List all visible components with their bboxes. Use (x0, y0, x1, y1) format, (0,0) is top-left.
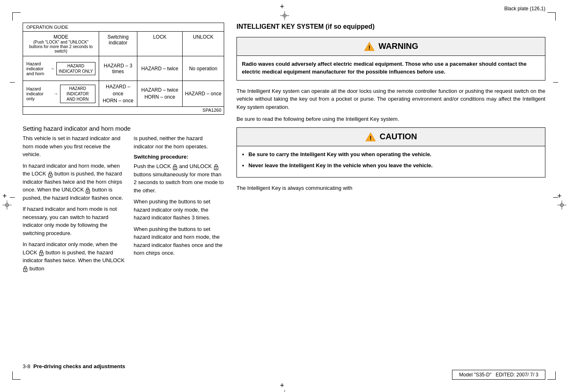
setting-para-6: Push the LOCK and UNLOCK buttons simulta… (134, 162, 224, 194)
switching-heading: Switching procedure: (134, 154, 224, 160)
svg-point-21 (174, 168, 176, 169)
mode-subtitle: (Push "LOCK" and "UNLOCK" buttons for mo… (26, 40, 95, 53)
setting-para-4: In hazard indicator only mode, when the … (23, 240, 125, 272)
section-title: Pre-driving checks and adjustments (33, 363, 125, 369)
caution-header: ! CAUTION (237, 128, 545, 146)
lock-value-2b: HORN – once (144, 94, 175, 100)
footer-model: Model "S35-D" (459, 372, 491, 378)
svg-point-13 (50, 175, 51, 176)
crosshair-bottom (280, 381, 288, 390)
svg-point-15 (88, 191, 89, 192)
tick-mark (10, 82, 15, 83)
td-unlock-1: No operation (183, 56, 224, 81)
corner-mark-br (547, 371, 556, 380)
warning-box: ! WARNING Radio waves could adversely af… (236, 37, 545, 81)
col-header-mode: MODE (Push "LOCK" and "UNLOCK" buttons f… (23, 32, 99, 56)
crosshair-left (2, 192, 11, 200)
warning-triangle-icon: ! (364, 41, 375, 52)
crosshair-right (557, 192, 566, 200)
corner-mark-bl (12, 371, 21, 380)
lock-value-1: HAZARD – twice (141, 66, 178, 71)
mode-title: MODE (26, 34, 95, 40)
content-two-col: This vehicle is set in hazard indicator … (23, 134, 224, 276)
table-row: Hazard indicatoronly → HAZARD INDICATORA… (23, 81, 224, 107)
mode-label-2: Hazard indicatoronly (26, 86, 52, 101)
unlock-value-2: HAZARD – once (185, 91, 222, 97)
td-switching-2: HAZARD – once HORN – once (99, 81, 137, 106)
mode-arrow-1: → (50, 66, 55, 71)
setting-para-2: In hazard indicator and horn mode, when … (23, 162, 125, 202)
lock-value-2a: HAZARD – twice (141, 87, 178, 93)
right-column: INTELLIGENT KEY SYSTEM (if so equipped) … (236, 23, 545, 369)
setting-para-3: If hazard indicator and horn mode is not… (23, 205, 125, 237)
caution-item-1: Be sure to carry the Intelligent Key wit… (248, 150, 540, 159)
td-lock-1: HAZARD – twice (137, 56, 183, 81)
mid-switch-text: is pushed, neither the hazard indicator … (134, 134, 224, 276)
svg-text:!: ! (369, 44, 371, 51)
page-bottom-label: 3-8 Pre-driving checks and adjustments (23, 359, 224, 369)
op-guide-title: OPERATION GUIDE (23, 23, 224, 32)
page-content: OPERATION GUIDE MODE (Push "LOCK" and "U… (23, 23, 545, 369)
caution-item-2: Never leave the Intelligent Key in the v… (248, 161, 540, 170)
caution-title-text: CAUTION (380, 132, 417, 141)
footer-bar: Model "S35-D" EDITED: 2007/ 7/ 3 (452, 370, 545, 380)
page-number: 3-8 (23, 363, 30, 369)
caution-list: Be sure to carry the Intelligent Key wit… (242, 150, 540, 170)
plate-text: Black plate (126,1) (504, 6, 545, 12)
tick-mark (553, 82, 558, 83)
left-column: OPERATION GUIDE MODE (Push "LOCK" and "U… (23, 23, 224, 369)
td-switching-1: HAZARD – 3 times (99, 56, 137, 81)
caution-body: Be sure to carry the Intelligent Key wit… (237, 146, 545, 177)
col-header-lock: LOCK (137, 32, 183, 56)
setting-section: Setting hazard indicator and horn mode T… (23, 125, 224, 276)
td-mode-1: Hazard indicatorand horn → HAZARD INDICA… (23, 56, 99, 81)
mode-box-1: HAZARD INDICATOR ONLY (56, 62, 95, 75)
td-unlock-2: HAZARD – once (183, 81, 224, 106)
td-lock-2: HAZARD – twice HORN – once (137, 81, 183, 106)
corner-mark-tr (547, 12, 556, 21)
td-mode-2: Hazard indicatoronly → HAZARD INDICATORA… (23, 81, 99, 106)
right-para-3: The Intelligent Key is always communicat… (236, 184, 545, 192)
corner-mark-tl (12, 12, 21, 21)
svg-point-19 (25, 270, 26, 271)
svg-text:!: ! (370, 135, 372, 141)
mode-arrow-2: → (54, 91, 58, 96)
mode-label-1: Hazard indicatorand horn (26, 61, 49, 76)
warning-title-text: WARNING (378, 42, 418, 51)
setting-para-8: When pushing the buttons to set hazard i… (134, 225, 224, 257)
footer-edited: EDITED: 2007/ 7/ 3 (496, 372, 538, 378)
setting-para-7: When pushing the buttons to set hazard i… (134, 198, 224, 222)
unlock-value-1: No operation (189, 66, 218, 71)
warning-header: ! WARNING (237, 37, 545, 56)
warning-body: Radio waves could adversely affect elect… (237, 56, 545, 80)
switching-value-1: HAZARD – 3 times (101, 63, 135, 74)
left-main-text: This vehicle is set in hazard indicator … (23, 134, 125, 276)
svg-point-23 (216, 168, 217, 169)
switching-value-2: HAZARD – once HORN – once (101, 83, 135, 104)
col-header-unlock: UNLOCK (183, 32, 224, 56)
operation-guide-table: OPERATION GUIDE MODE (Push "LOCK" and "U… (23, 23, 224, 115)
caution-box: ! CAUTION Be sure to carry the Intellige… (236, 127, 545, 178)
col-header-switching: Switching indicator (99, 32, 137, 56)
spa-code: SPA1260 (23, 107, 224, 114)
mode-box-2: HAZARD INDICATORAND HORN (60, 85, 95, 103)
iks-heading: INTELLIGENT KEY SYSTEM (if so equipped) (236, 23, 545, 31)
table-row: Hazard indicatorand horn → HAZARD INDICA… (23, 56, 224, 81)
table-header-row: MODE (Push "LOCK" and "UNLOCK" buttons f… (23, 32, 224, 56)
caution-triangle-icon: ! (365, 131, 376, 143)
setting-para-1: This vehicle is set in hazard indicator … (23, 134, 125, 159)
svg-point-17 (41, 254, 42, 255)
setting-title: Setting hazard indicator and horn mode (23, 125, 224, 132)
crosshair-top (280, 2, 288, 11)
right-para-1: The Intelligent Key system can operate a… (236, 87, 545, 111)
setting-para-5: is pushed, neither the hazard indicator … (134, 134, 224, 150)
right-para-2: Be sure to read the following before usi… (236, 115, 545, 123)
